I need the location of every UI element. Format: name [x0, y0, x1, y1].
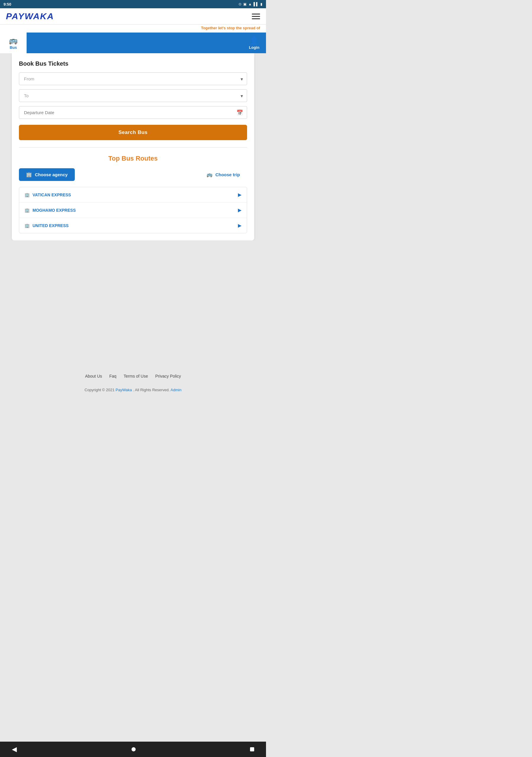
- date-form-group: 📅: [19, 106, 247, 119]
- section-divider: [19, 147, 247, 148]
- login-tab-label: Login: [249, 45, 259, 50]
- from-select[interactable]: From: [19, 73, 247, 85]
- footer-brand-link[interactable]: PayWaka: [116, 388, 132, 392]
- moghamo-agency-icon: 🏢: [24, 208, 30, 213]
- footer-about-link[interactable]: About Us: [85, 374, 102, 378]
- trip-btn-icon: 🚌: [207, 172, 213, 177]
- to-select[interactable]: To: [19, 89, 247, 102]
- footer-faq-link[interactable]: Faq: [109, 374, 116, 378]
- top-nav: PAYWAKA: [0, 8, 266, 24]
- to-form-group: To: [19, 89, 247, 102]
- to-select-wrapper: To: [19, 89, 247, 102]
- status-time: 9:50: [4, 2, 11, 7]
- rights-text: . All Rights Reserved.: [133, 388, 170, 392]
- agency-left-vatican: 🏢 VATICAN EXPRESS: [24, 193, 71, 197]
- moghamo-agency-name: MOGHAMO EXPRESS: [33, 208, 76, 213]
- footer-copyright: Copyright © 2021 PayWaka . All Rights Re…: [0, 388, 266, 398]
- footer-admin-link[interactable]: Admin: [170, 388, 182, 392]
- moghamo-agency-arrow: ▶: [238, 207, 242, 213]
- logo: PAYWAKA: [6, 11, 54, 21]
- covid-text: Together let's stop the spread of: [201, 26, 260, 30]
- routes-title: Top Bus Routes: [19, 155, 247, 162]
- agency-left-moghamo: 🏢 MOGHAMO EXPRESS: [24, 208, 76, 213]
- agency-btn-label: Choose agency: [35, 172, 68, 177]
- tab-bar: 🚌 Bus 👤 Login: [0, 33, 266, 53]
- tab-spacer: [27, 33, 242, 53]
- status-wifi-icon: ▲: [248, 2, 252, 6]
- toggle-group: 🏢 Choose agency 🚌 Choose trip: [19, 168, 247, 181]
- status-bar: 9:50 ⊙ ▣ ▲ ▌▌ ▮: [0, 0, 266, 8]
- footer-links: About Us Faq Terms of Use Privacy Policy: [0, 368, 266, 385]
- from-select-wrapper: From: [19, 73, 247, 85]
- agency-item-vatican[interactable]: 🏢 VATICAN EXPRESS ▶: [19, 187, 247, 202]
- status-signal-icon: ▌▌: [253, 2, 259, 6]
- footer-terms-link[interactable]: Terms of Use: [124, 374, 148, 378]
- united-agency-arrow: ▶: [238, 223, 242, 228]
- united-agency-icon: 🏢: [24, 223, 30, 228]
- vatican-agency-arrow: ▶: [238, 192, 242, 197]
- vatican-agency-icon: 🏢: [24, 193, 30, 197]
- agency-btn-icon: 🏢: [26, 172, 32, 177]
- vatican-agency-name: VATICAN EXPRESS: [33, 193, 71, 197]
- hamburger-line-2: [252, 16, 260, 17]
- hamburger-line-1: [252, 14, 260, 15]
- date-wrapper: 📅: [19, 106, 247, 119]
- agency-list: 🏢 VATICAN EXPRESS ▶ 🏢 MOGHAMO EXPRESS ▶ …: [19, 187, 247, 233]
- departure-date-input[interactable]: [19, 106, 247, 119]
- status-icons: ⊙ ▣ ▲ ▌▌ ▮: [239, 2, 262, 6]
- bus-tab-icon: 🚌: [9, 36, 18, 45]
- footer-privacy-link[interactable]: Privacy Policy: [155, 374, 181, 378]
- tab-bus[interactable]: 🚌 Bus: [0, 33, 27, 53]
- copyright-text: Copyright © 2021: [84, 388, 114, 392]
- from-form-group: From: [19, 73, 247, 85]
- agency-left-united: 🏢 UNITED EXPRESS: [24, 223, 69, 228]
- agency-item-united[interactable]: 🏢 UNITED EXPRESS ▶: [19, 218, 247, 233]
- hamburger-menu[interactable]: [252, 14, 260, 19]
- hamburger-line-3: [252, 18, 260, 19]
- status-sim-icon: ▣: [243, 2, 247, 6]
- united-agency-name: UNITED EXPRESS: [33, 223, 69, 228]
- bus-tab-label: Bus: [10, 45, 17, 50]
- choose-trip-button[interactable]: 🚌 Choose trip: [199, 168, 247, 181]
- trip-btn-label: Choose trip: [216, 172, 240, 177]
- status-battery-icon: ▮: [260, 2, 262, 6]
- gray-area: [0, 240, 266, 359]
- choose-agency-button[interactable]: 🏢 Choose agency: [19, 168, 75, 181]
- covid-banner: Together let's stop the spread of: [0, 24, 266, 33]
- tab-login[interactable]: 👤 Login: [242, 33, 266, 53]
- main-content: Book Bus Tickets From To 📅 Search Bus To…: [12, 53, 254, 240]
- status-location-icon: ⊙: [239, 2, 242, 6]
- search-bus-button[interactable]: Search Bus: [19, 125, 247, 140]
- booking-title: Book Bus Tickets: [19, 60, 247, 67]
- agency-item-moghamo[interactable]: 🏢 MOGHAMO EXPRESS ▶: [19, 202, 247, 218]
- login-tab-icon: 👤: [250, 36, 259, 45]
